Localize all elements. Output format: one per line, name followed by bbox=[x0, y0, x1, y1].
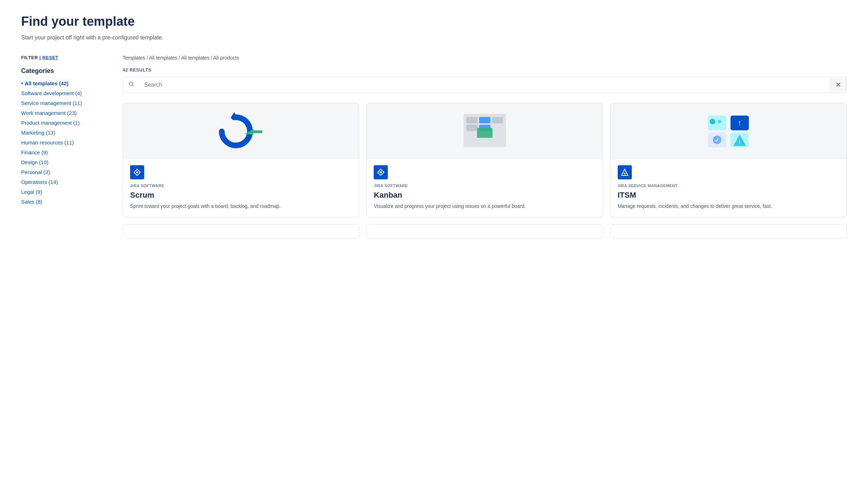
scrum-card-title: Scrum bbox=[130, 191, 352, 200]
results-count: 42 RESULTS bbox=[123, 68, 847, 73]
category-item-service[interactable]: Service management (11) bbox=[21, 100, 106, 106]
category-item-marketing[interactable]: Marketing (13) bbox=[21, 130, 106, 136]
category-link-software[interactable]: Software development (4) bbox=[21, 90, 82, 96]
category-item-work[interactable]: Work management (23) bbox=[21, 110, 106, 116]
svg-rect-6 bbox=[466, 117, 478, 123]
category-link-hr[interactable]: Human resources (11) bbox=[21, 140, 74, 146]
category-link-sales[interactable]: Sales (8) bbox=[21, 199, 42, 205]
itsm-product-icon: ⚡ bbox=[618, 165, 632, 179]
svg-point-15 bbox=[718, 120, 721, 123]
category-link-marketing[interactable]: Marketing (13) bbox=[21, 130, 55, 136]
card-partial-2[interactable] bbox=[366, 224, 603, 239]
content-area: Templates / All templates / All template… bbox=[123, 55, 847, 239]
svg-text:!: ! bbox=[739, 140, 740, 145]
category-link-design[interactable]: Design (10) bbox=[21, 159, 49, 165]
kanban-illustration bbox=[457, 109, 513, 154]
category-item-sales[interactable]: Sales (8) bbox=[21, 199, 106, 205]
svg-text:⚡: ⚡ bbox=[623, 171, 627, 176]
page-title: Find your template bbox=[21, 14, 847, 29]
category-link-legal[interactable]: Legal (9) bbox=[21, 189, 42, 195]
category-link-product[interactable]: Product management (1) bbox=[21, 120, 80, 126]
scrum-product-label: JIRA SOFTWARE bbox=[130, 184, 352, 188]
category-link-all[interactable]: All templates (42) bbox=[25, 80, 68, 86]
search-input[interactable] bbox=[139, 78, 830, 92]
search-clear-button[interactable]: ✕ bbox=[830, 78, 846, 92]
category-item-personal[interactable]: Personal (3) bbox=[21, 169, 106, 175]
svg-point-4 bbox=[136, 171, 138, 173]
category-item-finance[interactable]: Finance (9) bbox=[21, 149, 106, 156]
page-subtitle: Start your project off right with a pre-… bbox=[21, 35, 847, 41]
category-link-finance[interactable]: Finance (9) bbox=[21, 149, 48, 155]
cards-grid-row2 bbox=[123, 224, 847, 239]
cards-grid: JIRA SOFTWARE Scrum Sprint toward your p… bbox=[123, 103, 847, 217]
category-item-operations[interactable]: Operations (14) bbox=[21, 179, 106, 185]
category-list: All templates (42) Software development … bbox=[21, 80, 106, 205]
scrum-card-image bbox=[123, 103, 359, 160]
category-link-work[interactable]: Work management (23) bbox=[21, 110, 77, 116]
category-item-hr[interactable]: Human resources (11) bbox=[21, 140, 106, 146]
kanban-card-title: Kanban bbox=[374, 191, 595, 200]
filter-label: FILTER bbox=[21, 55, 38, 60]
category-link-personal[interactable]: Personal (3) bbox=[21, 169, 50, 175]
svg-point-14 bbox=[710, 119, 715, 124]
kanban-card-description: Visualize and progress your project usin… bbox=[374, 203, 595, 210]
svg-rect-10 bbox=[477, 128, 493, 138]
scrum-product-icon bbox=[130, 165, 144, 179]
category-item-software[interactable]: Software development (4) bbox=[21, 90, 106, 97]
category-link-operations[interactable]: Operations (14) bbox=[21, 179, 58, 185]
svg-line-1 bbox=[133, 85, 134, 87]
card-scrum[interactable]: JIRA SOFTWARE Scrum Sprint toward your p… bbox=[123, 103, 359, 217]
itsm-product-label: JIRA SERVICE MANAGEMENT bbox=[618, 184, 839, 188]
scrum-card-body: JIRA SOFTWARE Scrum Sprint toward your p… bbox=[123, 160, 359, 217]
itsm-card-title: ITSM bbox=[618, 191, 839, 200]
search-icon bbox=[123, 77, 139, 93]
scrum-illustration bbox=[213, 109, 269, 154]
kanban-card-body: JIRA SOFTWARE Kanban Visualize and progr… bbox=[367, 160, 603, 217]
card-itsm[interactable]: ↑ ✓ ! ⚡ bbox=[610, 103, 847, 217]
scrum-card-description: Sprint toward your project goals with a … bbox=[130, 203, 352, 210]
kanban-product-label: JIRA SOFTWARE bbox=[374, 184, 595, 188]
filter-bar: FILTER | RESET bbox=[21, 55, 106, 60]
svg-text:↑: ↑ bbox=[738, 118, 742, 127]
kanban-card-image bbox=[367, 103, 603, 160]
category-item-design[interactable]: Design (10) bbox=[21, 159, 106, 166]
breadcrumb: Templates / All templates / All template… bbox=[123, 55, 847, 61]
category-link-service[interactable]: Service management (11) bbox=[21, 100, 82, 106]
svg-text:✓: ✓ bbox=[715, 137, 719, 143]
itsm-card-image: ↑ ✓ ! bbox=[611, 103, 846, 160]
itsm-card-description: Manage requests, incidents, and changes … bbox=[618, 203, 839, 210]
reset-link[interactable]: RESET bbox=[42, 55, 59, 60]
card-partial-1[interactable] bbox=[123, 224, 359, 239]
svg-rect-7 bbox=[466, 125, 478, 131]
svg-point-12 bbox=[380, 171, 382, 173]
search-bar: ✕ bbox=[123, 77, 847, 93]
sidebar: FILTER | RESET Categories All templates … bbox=[21, 55, 106, 239]
filter-separator: | bbox=[39, 55, 42, 60]
card-kanban[interactable]: JIRA SOFTWARE Kanban Visualize and progr… bbox=[366, 103, 603, 217]
categories-title: Categories bbox=[21, 67, 106, 75]
category-item-all[interactable]: All templates (42) bbox=[21, 80, 106, 87]
card-partial-3[interactable] bbox=[610, 224, 847, 239]
category-item-legal[interactable]: Legal (9) bbox=[21, 189, 106, 195]
svg-rect-11 bbox=[492, 117, 503, 123]
category-item-product[interactable]: Product management (1) bbox=[21, 120, 106, 126]
svg-rect-8 bbox=[479, 117, 490, 123]
itsm-card-body: ⚡ JIRA SERVICE MANAGEMENT ITSM Manage re… bbox=[611, 160, 846, 217]
main-layout: FILTER | RESET Categories All templates … bbox=[21, 55, 847, 239]
kanban-product-icon bbox=[374, 165, 388, 179]
itsm-illustration: ↑ ✓ ! bbox=[700, 109, 757, 154]
